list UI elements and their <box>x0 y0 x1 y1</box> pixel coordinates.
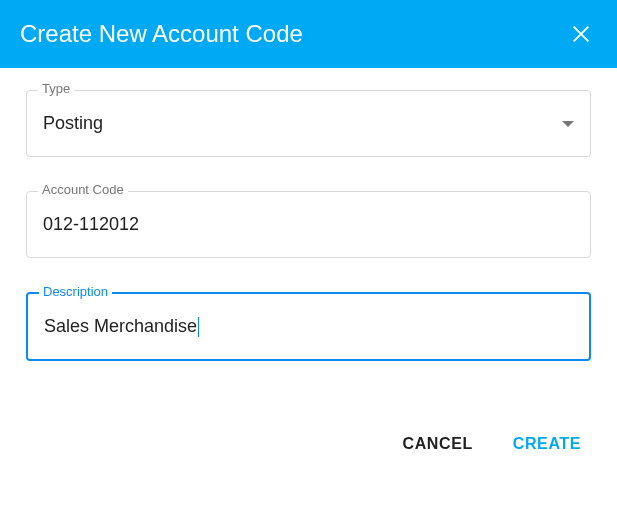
create-account-code-dialog: Create New Account Code Type Posting Acc… <box>0 0 617 477</box>
account-code-field-wrapper: Account Code <box>26 191 591 258</box>
dialog-title: Create New Account Code <box>20 20 303 48</box>
dialog-actions: Cancel Create <box>0 395 617 477</box>
dialog-content: Type Posting Account Code Description Sa… <box>0 68 617 361</box>
account-code-label: Account Code <box>38 182 128 197</box>
dialog-header: Create New Account Code <box>0 0 617 68</box>
text-caret <box>198 317 199 337</box>
chevron-down-icon <box>562 121 574 127</box>
description-field-wrapper: Description Sales Merchandise <box>26 292 591 361</box>
description-label: Description <box>39 284 112 299</box>
description-value[interactable]: Sales Merchandise <box>44 316 197 337</box>
create-button[interactable]: Create <box>513 435 581 453</box>
close-icon <box>570 23 592 45</box>
type-select[interactable]: Type Posting <box>26 90 591 157</box>
account-code-input[interactable] <box>27 192 590 257</box>
type-label: Type <box>38 81 74 96</box>
cancel-button[interactable]: Cancel <box>403 435 473 453</box>
type-value: Posting <box>43 113 103 134</box>
close-button[interactable] <box>565 18 597 50</box>
